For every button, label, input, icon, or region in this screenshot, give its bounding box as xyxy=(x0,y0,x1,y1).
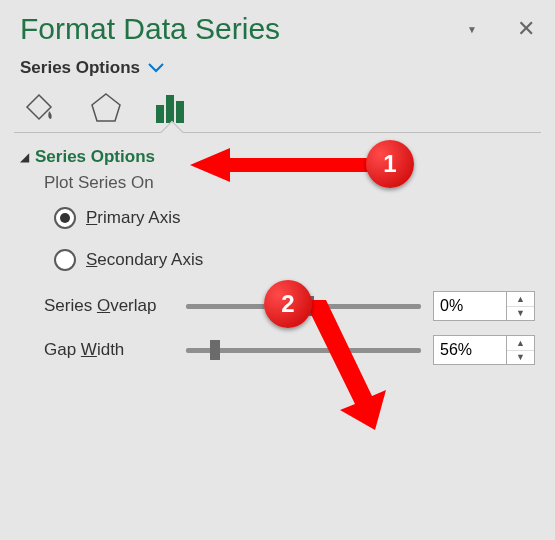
annotation-arrow-1 xyxy=(190,140,390,190)
series-overlap-label: Series Overlap xyxy=(44,296,174,316)
radio-icon xyxy=(54,207,76,229)
collapse-caret-icon[interactable]: ◢ xyxy=(20,150,29,164)
group-title: Series Options xyxy=(35,147,155,167)
svg-rect-2 xyxy=(166,95,174,123)
svg-marker-5 xyxy=(304,300,386,430)
radio-secondary-axis[interactable]: Secondary Axis xyxy=(54,249,535,271)
gap-width-label: Gap Width xyxy=(44,340,174,360)
annotation-callout-1: 1 xyxy=(366,140,414,188)
svg-marker-0 xyxy=(92,94,120,121)
tab-fill-icon[interactable] xyxy=(22,88,62,128)
spin-up-icon[interactable]: ▲ xyxy=(507,292,534,307)
chevron-down-icon[interactable] xyxy=(148,60,164,76)
radio-secondary-label: Secondary Axis xyxy=(86,250,203,270)
spin-down-icon[interactable]: ▼ xyxy=(507,307,534,321)
gap-width-input[interactable]: ▲ ▼ xyxy=(433,335,535,365)
gap-width-field[interactable] xyxy=(434,336,506,364)
series-overlap-input[interactable]: ▲ ▼ xyxy=(433,291,535,321)
radio-primary-label: Primary Axis xyxy=(86,208,180,228)
panel-menu-caret[interactable]: ▼ xyxy=(467,24,477,35)
spin-up-icon[interactable]: ▲ xyxy=(507,336,534,351)
radio-icon xyxy=(54,249,76,271)
spin-down-icon[interactable]: ▼ xyxy=(507,351,534,365)
svg-rect-1 xyxy=(156,105,164,123)
svg-marker-4 xyxy=(190,148,380,182)
series-overlap-field[interactable] xyxy=(434,292,506,320)
section-label: Series Options xyxy=(20,58,140,78)
tab-effects-icon[interactable] xyxy=(86,88,126,128)
svg-rect-3 xyxy=(176,101,184,123)
annotation-callout-2: 2 xyxy=(264,280,312,328)
close-icon[interactable]: ✕ xyxy=(517,16,535,42)
radio-primary-axis[interactable]: Primary Axis xyxy=(54,207,535,229)
panel-title: Format Data Series xyxy=(20,12,280,46)
